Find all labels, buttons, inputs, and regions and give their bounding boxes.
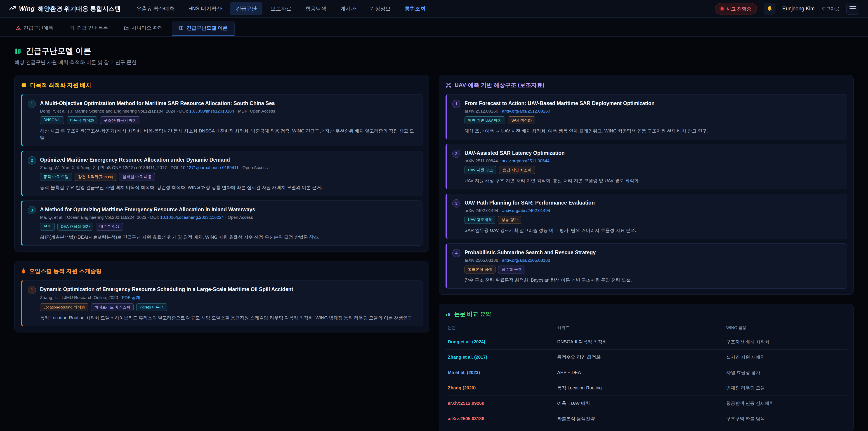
drone-icon: [445, 82, 452, 88]
bar-chart-icon: [445, 311, 451, 317]
arxiv-link[interactable]: arxiv.org/abs/2505.03188: [502, 258, 550, 263]
logout-button[interactable]: 로그아웃: [822, 6, 839, 12]
paper-ref-link[interactable]: Ma et al. (2023): [448, 370, 555, 375]
page-head: 긴급구난모델 이론 해상 긴급구난 자원 배치·최적화 이론 및 참고 연구 문…: [14, 45, 854, 66]
paper-number-badge: 1: [452, 100, 460, 108]
paper-number-badge: 3: [452, 199, 460, 208]
paper-title: UAV-Assisted SAR Latency Optimization: [465, 150, 841, 156]
paper-meta: Zhang, L. | LJMU Research Online, 2020 ·…: [40, 295, 417, 301]
tab-rescue-model-theory[interactable]: 긴급구난모델 이론: [172, 21, 235, 36]
tab-scenario-management[interactable]: 시나리오 관리: [117, 21, 169, 36]
paper-card-dong-2024[interactable]: 1 A Multi-Objective Optimization Method …: [21, 94, 423, 146]
tag: 동적 수요 모델: [40, 173, 72, 181]
alert-dot-icon: [721, 7, 723, 10]
arxiv-link[interactable]: arxiv.org/abs/2511.00844: [502, 158, 550, 163]
paper-description: 잠수 구조 전략 확률론적 최적화. Bayesian 탐색 이론 기반 구조자…: [465, 277, 841, 283]
paper-title: Optimized Maritime Emergency Resource Al…: [40, 157, 417, 163]
paper-number-badge: 1: [28, 286, 36, 294]
nav-item-reports[interactable]: 보고자료: [265, 2, 297, 16]
paper-title: A Multi-Objective Optimization Method fo…: [40, 100, 417, 106]
paper-ref-link[interactable]: Zhang et al. (2017): [448, 355, 555, 360]
brand[interactable]: Wing 해양환경 위기대응 통합시스템: [9, 5, 121, 13]
tab-rescue-prediction[interactable]: 긴급구난예측: [9, 21, 60, 36]
brand-prefix: Wing: [19, 5, 35, 12]
nav-item-air-search[interactable]: 항공탐색: [300, 2, 332, 16]
table-row[interactable]: arXiv:2512.09260 예측→UAV 배치 항공탐색 연동 선제배치: [445, 396, 847, 411]
tab-rescue-list[interactable]: 긴급구난 목록: [62, 21, 115, 36]
paper-ref-link[interactable]: Dong et al. (2024): [448, 339, 555, 344]
paper-number-badge: 1: [28, 100, 36, 108]
paper-tags: 동적 수요 모델 강건 최적화(Robust) 불확실 수요 대응: [40, 173, 417, 181]
paper-card-zhang-2017[interactable]: 2 Optimized Maritime Emergency Resource …: [21, 151, 423, 196]
paper-title: Dynamic Optimization of Emergency Resour…: [40, 286, 417, 293]
paper-ref-link[interactable]: arXiv:2512.09260: [448, 401, 555, 406]
paper-meta: arXiv:2505.03188 · arxiv.org/abs/2505.03…: [465, 258, 841, 263]
nav-item-oil-spill[interactable]: 유출유 확산예측: [131, 2, 180, 16]
panel-title: 논문 비교 요약: [454, 310, 491, 318]
nav-item-hns[interactable]: HNS·대기확산: [182, 2, 228, 16]
hamburger-menu-button[interactable]: [846, 3, 859, 15]
main-content: 긴급구난모델 이론 해상 긴급구난 자원 배치·최적화 이론 및 참고 연구 문…: [0, 37, 868, 431]
paper-ref-link[interactable]: Zhang (2020): [448, 386, 555, 391]
paper-card-arxiv-2512[interactable]: 1 From Forecast to Action: UAV-Based Mar…: [445, 94, 847, 140]
paper-number-badge: 2: [452, 150, 460, 158]
paper-meta: arXiv:2512.09260 · arxiv.org/abs/2512.09…: [465, 109, 841, 114]
paper-meta: arXiv:2511.00844 · arxiv.org/abs/2511.00…: [465, 158, 841, 163]
paper-card-zhang-2020[interactable]: 1 Dynamic Optimization of Emergency Reso…: [21, 280, 423, 326]
tag: 확률론적 탐색: [465, 266, 495, 274]
top-navbar: Wing 해양환경 위기대응 통합시스템 유출유 확산예측 HNS·대기확산 긴…: [0, 0, 868, 18]
table-row[interactable]: Zhang (2020) 동적 Location-Routing 방제정 라우팅…: [445, 380, 847, 396]
pdf-link[interactable]: PDF 공개: [122, 295, 140, 300]
paper-card-ma-2023[interactable]: 3 A Method for Optimizing Maritime Emerg…: [21, 201, 423, 246]
sub-tabbar: 긴급구난예측 긴급구난 목록 시나리오 관리 긴급구난모델 이론: [0, 18, 868, 37]
table-row[interactable]: arXiv:2505.03188 확률론적 탐색전략 구조구역 확률 탐색: [445, 411, 847, 426]
paper-card-arxiv-2402[interactable]: 3 UAV Path Planning for SAR: Performance…: [445, 194, 847, 239]
tag: SAR 최적화: [508, 116, 535, 124]
tag: 성능 평가: [498, 216, 521, 224]
right-column: UAV·예측 기반 해상구조 (보조자료) 1 From Forecast to…: [439, 75, 854, 431]
paper-ref-link[interactable]: arXiv:2505.03188: [448, 416, 555, 421]
paper-description: SAR 임무용 UAV 경로계획 알고리즘 성능 비교 평가. 탐색 커버리지·…: [465, 227, 841, 234]
doi-link[interactable]: 10.1016/j.oceaneng.2023.116224: [160, 215, 224, 220]
arxiv-link[interactable]: arxiv.org/abs/2512.09260: [502, 109, 550, 114]
paper-meta: Zhang, W., Yan, X. & Yang, Z. | PLoS ONE…: [40, 165, 417, 170]
paper-card-arxiv-2511[interactable]: 2 UAV-Assisted SAR Latency Optimization …: [445, 144, 847, 189]
tag: 응답 지연 최소화: [499, 166, 535, 174]
incident-active-badge[interactable]: 사고 진행중: [715, 3, 757, 14]
tag: 내수로 적용: [96, 223, 123, 230]
panel-uav-forecast-sar: UAV·예측 기반 해상구조 (보조자료) 1 From Forecast to…: [439, 75, 854, 295]
paper-title: A Method for Optimizing Maritime Emergen…: [40, 207, 417, 213]
paper-tags: DNSGA-II 다목적 최적화 구조선·항공기 배치: [40, 116, 417, 124]
brand-title: 해양환경 위기대응 통합시스템: [38, 5, 121, 13]
panel-title: 오일스필 동적 자원 스케줄링: [29, 267, 102, 275]
nav-item-board[interactable]: 게시판: [334, 2, 362, 16]
paper-description: 해상 사고 후 구조자원(구조선·항공기) 배치 최적화. 비용·응답시간 동시…: [40, 127, 417, 141]
paper-description: 동적 Location-Routing 최적화 모델 + 하이브리드 휴리스틱 …: [40, 314, 417, 321]
nav-item-rescue[interactable]: 긴급구난: [230, 2, 262, 16]
tag: DEA 효율성 평가: [57, 223, 93, 230]
paper-number-badge: 3: [28, 206, 36, 214]
tag: 하이브리드 휴리스틱: [91, 303, 133, 311]
paper-card-arxiv-2505[interactable]: 4 Probabilistic Submarine Search and Res…: [445, 243, 847, 288]
paper-title: From Forecast to Action: UAV-Based Marit…: [465, 100, 841, 106]
arxiv-link[interactable]: arxiv.org/abs/2402.01494: [502, 208, 550, 213]
panel-oil-spill-scheduling: 오일스필 동적 자원 스케줄링 1 Dynamic Optimization o…: [14, 261, 429, 333]
left-column: 다목적 최적화 자원 배치 1 A Multi-Objective Optimi…: [14, 75, 429, 333]
two-column-grid: 다목적 최적화 자원 배치 1 A Multi-Objective Optimi…: [14, 75, 854, 431]
notification-bell-button[interactable]: [764, 3, 776, 15]
panel-paper-comparison: 논문 비교 요약 논문 키워드 WING 활용 Dong et al. (202…: [439, 304, 854, 431]
nav-item-weather[interactable]: 기상정보: [364, 2, 397, 16]
table-row[interactable]: Zhang et al. (2017) 동적수요·강건 최적화 실시간 자원 재…: [445, 350, 847, 365]
books-icon: [14, 47, 22, 55]
table-row[interactable]: Ma et al. (2023) AHP + DEA 자원 효율성 평가: [445, 365, 847, 380]
page-subtitle: 해상 긴급구난 자원 배치·최적화 이론 및 참고 연구 문헌: [14, 59, 854, 66]
alert-label: 사고 진행중: [726, 6, 751, 12]
table-row[interactable]: Dong et al. (2024) DNSGA-II 다목적 최적화 구조자산…: [445, 334, 847, 350]
tag: Pareto 다목적: [136, 303, 167, 311]
doi-link[interactable]: 10.3390/jmse12010184: [189, 109, 234, 114]
paper-description: UAV 지원 해상 구조 지연·처리 지연 최적화. 통신·처리 지연 모델링 …: [465, 177, 841, 184]
doi-link[interactable]: 10.1371/journal.pone.0189411: [181, 165, 239, 170]
nav-item-integrated-search[interactable]: 통합조회: [399, 2, 431, 16]
paper-meta: Dong, Y. et al. | J. Marine Science and …: [40, 109, 417, 114]
tag: UAV 지원 구조: [465, 166, 496, 174]
